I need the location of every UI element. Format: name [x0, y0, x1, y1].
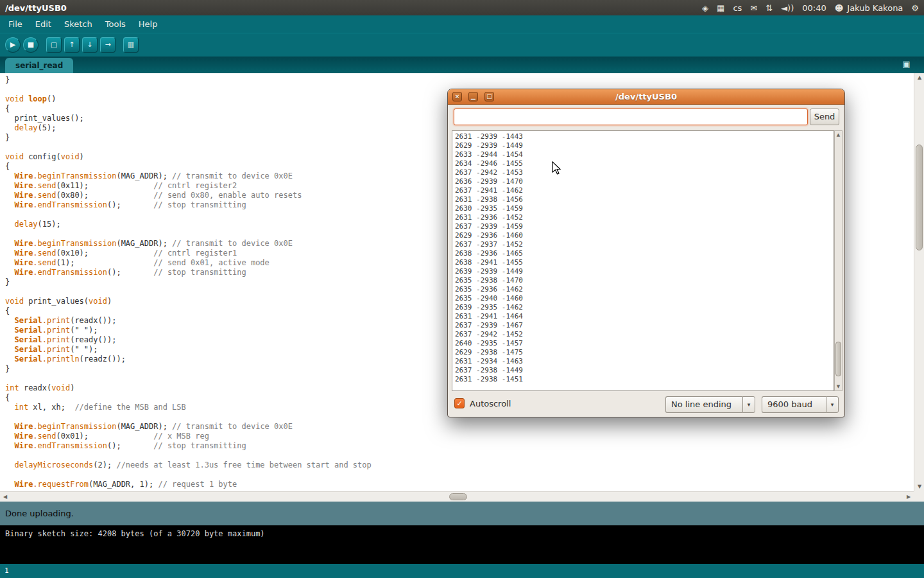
- serial-output: 2631 -2939 -14432629 -2939 -14492633 -29…: [452, 130, 834, 391]
- chevron-down-icon[interactable]: ▾: [742, 396, 755, 413]
- serial-output-line: 2631 -2939 -1443: [455, 132, 831, 141]
- code-line[interactable]: }: [5, 75, 914, 85]
- console-output: Binary sketch size: 4208 bytes (of a 307…: [0, 525, 924, 564]
- clock[interactable]: 00:40: [802, 3, 826, 13]
- serial-monitor-button[interactable]: ▥: [123, 37, 139, 53]
- serial-output-line: 2635 -2938 -1470: [455, 276, 831, 285]
- scroll-left-icon[interactable]: ◀: [0, 492, 10, 502]
- code-line[interactable]: Wire.endTransmission(); // stop transmit…: [5, 441, 914, 451]
- top-panel: /dev/ttyUSB0 ◈ ▦ cs ✉ ⇅ ◄)) 00:40 ☻ Jaku…: [0, 0, 924, 15]
- horizontal-scroll-thumb[interactable]: [449, 493, 467, 500]
- scroll-down-icon[interactable]: ▼: [835, 383, 842, 390]
- serial-output-line: 2639 -2935 -1462: [455, 303, 831, 312]
- serial-output-line: 2638 -2936 -1465: [455, 249, 831, 258]
- serial-output-line: 2639 -2939 -1449: [455, 267, 831, 276]
- serial-output-line: 2638 -2941 -1455: [455, 258, 831, 267]
- serial-monitor-title: /dev/ttyUSB0: [615, 92, 677, 101]
- keyboard-icon[interactable]: ▦: [717, 3, 724, 13]
- scrollbar-corner: [914, 491, 924, 502]
- status-bar: Done uploading.: [0, 502, 924, 525]
- send-button[interactable]: Send: [810, 109, 839, 125]
- serial-output-line: 2631 -2941 -1464: [455, 312, 831, 321]
- serial-output-line: 2629 -2938 -1475: [455, 348, 831, 357]
- user-menu[interactable]: Jakub Kakona: [847, 3, 903, 13]
- status-message: Done uploading.: [5, 509, 74, 518]
- menu-item-edit[interactable]: Edit: [30, 17, 57, 31]
- code-line[interactable]: Wire.beginTransmission(MAG_ADDR); // tra…: [5, 422, 914, 432]
- vertical-scroll-thumb[interactable]: [916, 144, 923, 250]
- mouse-cursor: [552, 161, 562, 175]
- focused-window-title: /dev/ttyUSB0: [5, 3, 67, 13]
- serial-send-input[interactable]: [454, 109, 808, 125]
- code-line[interactable]: [5, 470, 914, 480]
- indicator-icon[interactable]: ◈: [702, 3, 708, 13]
- code-line[interactable]: Wire.send(0x01); // x MSB reg: [5, 432, 914, 441]
- serial-output-line: 2631 -2936 -1452: [455, 213, 831, 222]
- serial-monitor-body: Send 2631 -2939 -14432629 -2939 -1449263…: [448, 105, 844, 417]
- code-line[interactable]: Wire.requestFrom(MAG_ADDR, 1); // reques…: [5, 480, 914, 489]
- volume-icon[interactable]: ◄)): [781, 3, 794, 13]
- baud-rate-value[interactable]: 9600 baud: [762, 396, 826, 413]
- maximize-icon[interactable]: □: [484, 92, 494, 101]
- serial-monitor-controls: ✓ Autoscroll No line ending ▾ 9600 baud …: [448, 395, 844, 414]
- serial-output-line: 2631 -2938 -1456: [455, 195, 831, 204]
- code-line[interactable]: delayMicroseconds(2); //needs at least 1…: [5, 460, 914, 470]
- serial-output-line: 2637 -2941 -1462: [455, 186, 831, 195]
- serial-output-line: 2635 -2936 -1462: [455, 285, 831, 294]
- upload-button[interactable]: →: [100, 37, 116, 53]
- line-ending-value[interactable]: No line ending: [665, 396, 742, 413]
- serial-output-line: 2629 -2939 -1449: [455, 141, 831, 150]
- editor-horizontal-scrollbar[interactable]: ◀ ▶: [0, 491, 914, 502]
- menu-item-tools[interactable]: Tools: [99, 17, 132, 31]
- mail-icon[interactable]: ✉: [750, 3, 757, 13]
- stop-button[interactable]: ■: [23, 37, 38, 53]
- serial-output-line: 2637 -2938 -1449: [455, 366, 831, 375]
- autoscroll-checkbox[interactable]: ✓: [454, 398, 465, 408]
- serial-monitor-window: × ▁ □ /dev/ttyUSB0 Send 2631 -2939 -1443…: [447, 89, 845, 417]
- baud-rate-select[interactable]: 9600 baud ▾: [762, 396, 839, 413]
- serial-output-line: 2634 -2946 -1455: [455, 159, 831, 168]
- serial-output-line: 2630 -2935 -1459: [455, 204, 831, 213]
- console-text: Binary sketch size: 4208 bytes (of a 307…: [5, 529, 265, 538]
- serial-output-line: 2631 -2938 -1451: [455, 375, 831, 384]
- serial-output-line: 2636 -2939 -1470: [455, 177, 831, 186]
- serial-output-line: 2640 -2935 -1457: [455, 339, 831, 348]
- line-ending-select[interactable]: No line ending ▾: [665, 396, 755, 413]
- toolbar: ▶■▢↑↓→▥: [0, 33, 924, 57]
- serial-output-line: 2637 -2942 -1452: [455, 330, 831, 339]
- code-line[interactable]: [5, 451, 914, 460]
- minimize-icon[interactable]: ▁: [468, 92, 478, 101]
- serial-output-line: 2637 -2942 -1453: [455, 168, 831, 177]
- scroll-up-icon[interactable]: ▲: [914, 73, 924, 82]
- close-icon[interactable]: ×: [452, 92, 462, 101]
- serial-output-scrollbar[interactable]: ▲ ▼: [834, 130, 843, 391]
- open-sketch-button[interactable]: ↑: [64, 37, 80, 53]
- serial-monitor-titlebar[interactable]: × ▁ □ /dev/ttyUSB0: [448, 89, 844, 105]
- screen: /dev/ttyUSB0 ◈ ▦ cs ✉ ⇅ ◄)) 00:40 ☻ Jaku…: [0, 0, 924, 578]
- serial-output-line: 2637 -2939 -1459: [455, 222, 831, 231]
- tab-serial-read[interactable]: serial_read: [5, 58, 73, 73]
- scroll-down-icon[interactable]: ▼: [914, 482, 924, 491]
- line-indicator-strip: 1: [0, 564, 924, 578]
- serial-output-line: 2637 -2937 -1452: [455, 240, 831, 249]
- tab-bar: serial_read ▣: [0, 57, 924, 73]
- menu-item-sketch[interactable]: Sketch: [58, 17, 98, 31]
- new-sketch-button[interactable]: ▢: [46, 37, 62, 53]
- scroll-up-icon[interactable]: ▲: [835, 131, 842, 139]
- tab-menu-icon[interactable]: ▣: [900, 58, 912, 71]
- keyboard-layout[interactable]: cs: [733, 3, 742, 13]
- serial-output-line: 2631 -2934 -1463: [455, 357, 831, 366]
- verify-button[interactable]: ▶: [5, 37, 21, 53]
- menu-item-help[interactable]: Help: [133, 17, 164, 31]
- autoscroll-label: Autoscroll: [470, 399, 511, 408]
- chevron-down-icon[interactable]: ▾: [826, 396, 839, 413]
- sync-icon[interactable]: ⇅: [766, 3, 773, 13]
- editor-vertical-scrollbar[interactable]: ▲ ▼: [914, 73, 924, 491]
- menu-bar: FileEditSketchToolsHelp: [0, 15, 924, 33]
- gear-icon[interactable]: ⚙: [911, 3, 919, 13]
- serial-scroll-thumb[interactable]: [835, 342, 841, 376]
- menu-item-file[interactable]: File: [3, 17, 28, 31]
- scroll-right-icon[interactable]: ▶: [903, 492, 914, 502]
- serial-output-line: 2635 -2940 -1460: [455, 294, 831, 303]
- save-sketch-button[interactable]: ↓: [82, 37, 98, 53]
